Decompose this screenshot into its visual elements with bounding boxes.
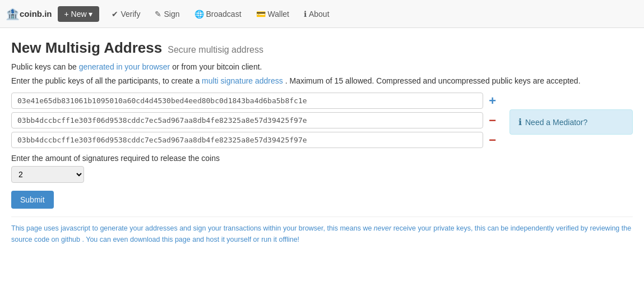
nav-items: ✔ Verify ✎ Sign 🌐 Broadcast 💳 Wallet ℹ A…: [105, 5, 336, 23]
new-button[interactable]: + New ▾: [58, 6, 100, 22]
github-link[interactable]: github: [61, 236, 80, 243]
nav-item-about[interactable]: ℹ About: [297, 5, 336, 23]
verify-icon: ✔: [112, 10, 118, 19]
public-key-input-3[interactable]: [11, 132, 483, 148]
download-link[interactable]: download this page: [130, 236, 191, 243]
nav-item-verify[interactable]: ✔ Verify: [105, 5, 147, 23]
footer-prefix: This page uses javascript to generate yo…: [11, 224, 374, 232]
public-key-input-2[interactable]: [11, 112, 483, 128]
footer-text: This page uses javascript to generate yo…: [11, 217, 633, 245]
remove-key-button-3[interactable]: −: [487, 134, 498, 146]
about-label: About: [309, 10, 330, 19]
brand-icon: 🏦: [6, 7, 20, 21]
nav-item-sign[interactable]: ✎ Sign: [148, 5, 186, 23]
public-key-row-1: +: [11, 93, 498, 109]
generated-in-browser-link[interactable]: generated in your browser: [79, 62, 170, 71]
add-key-button[interactable]: +: [487, 95, 498, 107]
brand-name: coinb.in: [20, 9, 52, 19]
info-circle-icon: ℹ: [518, 117, 522, 127]
main-content: New Multisig Address Secure multisig add…: [0, 28, 644, 251]
footer-end: and host it yourself or run it offline!: [192, 236, 299, 243]
page-subtitle: Secure multisig address: [168, 45, 263, 55]
content-area: + − − Enter the amount of signatures req…: [11, 93, 633, 209]
wallet-label: Wallet: [268, 10, 289, 19]
page-title: New Multisig Address: [11, 39, 162, 57]
page-title-area: New Multisig Address Secure multisig add…: [11, 39, 633, 57]
sig-section: Enter the amount of signatures required …: [11, 154, 498, 183]
sig-label: Enter the amount of signatures required …: [11, 154, 498, 163]
sign-label: Sign: [164, 10, 179, 19]
info2-prefix: Enter the public keys of all the partici…: [11, 76, 202, 85]
info2-suffix: . Maximum of 15 allowed. Compressed and …: [285, 76, 581, 85]
sig-select[interactable]: 1 2 3 4 5 6 7 8 9 10 11 12 13 14: [11, 166, 84, 183]
broadcast-label: Broadcast: [206, 10, 242, 19]
wallet-icon: 💳: [256, 10, 266, 19]
public-key-input-1[interactable]: [11, 93, 483, 109]
mediator-link[interactable]: Need a Mediator?: [525, 118, 587, 127]
info1-prefix: Public keys can be: [11, 62, 79, 71]
mediator-box[interactable]: ℹ Need a Mediator?: [509, 109, 633, 135]
footer-never: never: [374, 224, 391, 232]
brand-logo[interactable]: 🏦 coinb.in: [6, 7, 52, 21]
about-icon: ℹ: [304, 10, 307, 19]
info1-mid: or from your bitcoin client.: [172, 62, 262, 71]
multi-sig-address-link[interactable]: multi signature address: [202, 76, 283, 85]
right-panel: ℹ Need a Mediator?: [509, 93, 633, 209]
navbar: 🏦 coinb.in + New ▾ ✔ Verify ✎ Sign 🌐 Bro…: [0, 0, 644, 28]
public-key-row-2: −: [11, 112, 498, 128]
left-panel: + − − Enter the amount of signatures req…: [11, 93, 498, 209]
sign-icon: ✎: [155, 10, 161, 19]
nav-item-broadcast[interactable]: 🌐 Broadcast: [188, 5, 248, 23]
remove-key-button-2[interactable]: −: [487, 114, 498, 127]
verify-label: Verify: [121, 10, 140, 19]
info-text-2: Enter the public keys of all the partici…: [11, 75, 633, 87]
broadcast-icon: 🌐: [194, 10, 204, 19]
submit-button[interactable]: Submit: [11, 191, 54, 209]
footer-suffix: . You can even: [82, 236, 131, 243]
public-key-row-3: −: [11, 132, 498, 148]
info-text-1: Public keys can be generated in your bro…: [11, 61, 633, 73]
nav-item-wallet[interactable]: 💳 Wallet: [249, 5, 296, 23]
